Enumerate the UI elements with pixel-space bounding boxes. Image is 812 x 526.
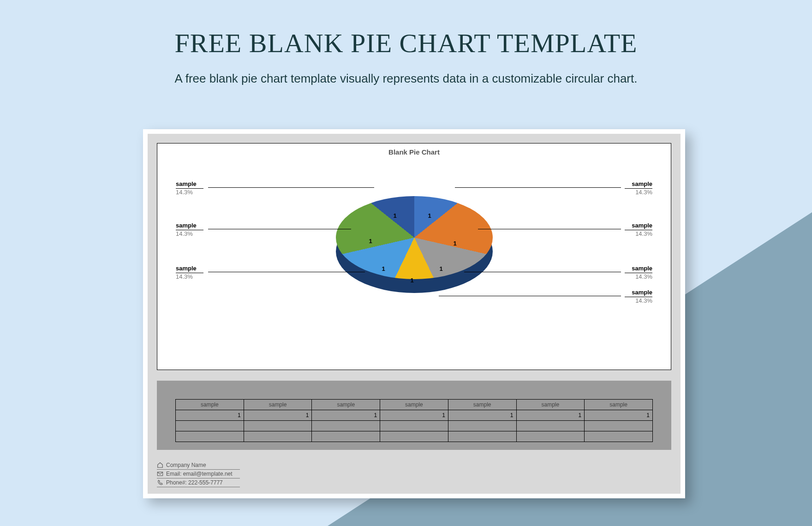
phone-text: Phone#: 222-555-7777 <box>166 479 223 486</box>
slice-percent: 14.3% <box>176 189 193 196</box>
table-cell: 1 <box>244 410 312 421</box>
company-icon <box>157 462 163 468</box>
template-card: Blank Pie Chart 1 1 1 1 1 1 1 sample 14.… <box>143 129 685 498</box>
table-header: sample <box>585 400 653 410</box>
slice-label: sample <box>632 180 652 187</box>
slice-value: 1 <box>394 212 397 219</box>
table-cell <box>585 431 653 442</box>
slice-percent: 14.3% <box>635 230 652 237</box>
table-cell: 1 <box>516 410 585 421</box>
slice-label: sample <box>176 265 197 272</box>
slice-value: 1 <box>369 238 372 245</box>
slice-percent: 14.3% <box>176 230 193 237</box>
email-icon <box>157 471 163 477</box>
email-text: Email: email@template.net <box>166 471 233 477</box>
phone-icon <box>157 479 163 486</box>
table-cell <box>176 431 244 442</box>
table-header: sample <box>380 400 448 410</box>
data-table-panel: samplesamplesamplesamplesamplesamplesamp… <box>157 381 671 450</box>
table-row <box>176 431 653 442</box>
table-cell: 1 <box>312 410 380 421</box>
table-cell <box>516 431 585 442</box>
table-header: sample <box>176 400 244 410</box>
slice-percent: 14.3% <box>635 297 652 304</box>
slice-percent: 14.3% <box>635 189 652 196</box>
pie-chart: 1 1 1 1 1 1 1 <box>336 196 493 353</box>
table-cell: 1 <box>585 410 653 421</box>
slice-label: sample <box>176 180 197 187</box>
table-header: sample <box>516 400 585 410</box>
slice-percent: 14.3% <box>635 273 652 280</box>
table-cell: 1 <box>380 410 448 421</box>
table-header: sample <box>312 400 380 410</box>
data-table: samplesamplesamplesamplesamplesamplesamp… <box>175 399 653 442</box>
page-subtitle: A free blank pie chart template visually… <box>0 72 812 86</box>
template-footer: Company Name Email: email@template.net P… <box>157 461 240 488</box>
table-cell <box>244 421 312 431</box>
table-cell <box>312 421 380 431</box>
table-header: sample <box>244 400 312 410</box>
table-cell: 1 <box>448 410 516 421</box>
table-cell: 1 <box>176 410 244 421</box>
table-cell <box>380 421 448 431</box>
slice-value: 1 <box>382 265 385 272</box>
slice-value: 1 <box>454 240 457 247</box>
table-cell <box>312 431 380 442</box>
slice-percent: 14.3% <box>176 273 193 280</box>
table-cell <box>448 421 516 431</box>
table-row: 1111111 <box>176 410 653 421</box>
slice-value: 1 <box>428 212 431 219</box>
table-cell <box>585 421 653 431</box>
slice-label: sample <box>632 289 652 296</box>
chart-title: Blank Pie Chart <box>157 148 671 156</box>
slice-label: sample <box>632 222 652 229</box>
table-cell <box>176 421 244 431</box>
slice-value: 1 <box>440 265 443 272</box>
pie-chart-panel: Blank Pie Chart 1 1 1 1 1 1 1 sample 14.… <box>157 143 671 370</box>
slice-label: sample <box>176 222 197 229</box>
slice-value: 1 <box>411 277 414 284</box>
table-cell <box>380 431 448 442</box>
company-name: Company Name <box>166 462 206 468</box>
table-row <box>176 421 653 431</box>
table-cell <box>516 421 585 431</box>
table-cell <box>244 431 312 442</box>
page-title: FREE BLANK PIE CHART TEMPLATE <box>0 28 812 59</box>
slice-label: sample <box>632 265 652 272</box>
table-header: sample <box>448 400 516 410</box>
table-cell <box>448 431 516 442</box>
